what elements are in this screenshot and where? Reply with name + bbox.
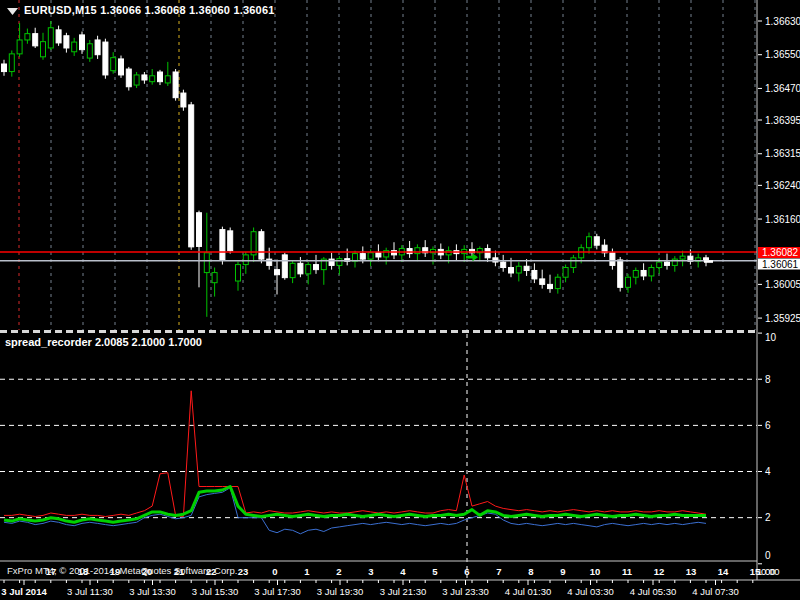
candle-up	[337, 256, 342, 275]
candle-body	[173, 72, 178, 98]
candle-body	[485, 249, 490, 258]
candlesticks[interactable]	[2, 21, 709, 317]
hour-label: 8	[528, 566, 533, 577]
candle-body	[649, 268, 654, 276]
price-tick-label: 1.36315	[765, 148, 800, 159]
candle-up	[111, 52, 116, 73]
ask-badge-label: 1.36082	[762, 247, 799, 258]
candle-body	[228, 231, 233, 251]
candle-body	[220, 230, 225, 260]
candle-body	[158, 72, 163, 82]
candle-body	[134, 75, 139, 85]
candle-body	[48, 28, 53, 48]
avg-spread-line	[4, 487, 706, 523]
candle-down	[376, 244, 381, 261]
candle-body	[64, 36, 69, 48]
price-tick-label: 1.36160	[765, 214, 800, 225]
candle-up	[25, 29, 30, 44]
price-badges: 1.360821.36061	[758, 247, 800, 270]
candle-down	[392, 242, 397, 259]
candle-down	[282, 253, 287, 280]
candle-body	[501, 262, 506, 267]
indicator-pane[interactable]	[0, 334, 757, 580]
candle-up	[563, 265, 568, 283]
candle-down	[126, 67, 131, 91]
candle-down	[220, 227, 225, 265]
candle-up	[212, 268, 217, 297]
candle-body	[672, 259, 677, 265]
candle-down	[158, 70, 163, 85]
candle-body	[111, 58, 116, 71]
time-label: 3 Jul 21:30	[380, 586, 426, 597]
candle-down	[493, 251, 498, 267]
indicator-tick-label: 8	[765, 374, 771, 385]
candle-down	[407, 241, 412, 258]
candle-body	[181, 93, 186, 107]
candle-body	[407, 249, 412, 254]
time-label: 3 Jul 23:30	[442, 586, 488, 597]
hour-label: 6	[464, 566, 469, 577]
time-label: 3 Jul 19:30	[317, 586, 363, 597]
price-tick-label: 1.36240	[765, 180, 800, 191]
time-label: 4 Jul 01:30	[505, 586, 551, 597]
indicator-tick-label: 4	[765, 466, 771, 477]
candle-body	[633, 270, 638, 277]
candle-up	[41, 33, 46, 60]
candle-up	[571, 255, 576, 273]
candle-body	[25, 34, 30, 40]
candle-body	[618, 260, 623, 287]
time-label: 4 Jul 07:30	[692, 586, 738, 597]
hour-label: 3	[368, 566, 373, 577]
hour-label: 4	[400, 566, 406, 577]
candle-body	[33, 34, 38, 46]
candle-up	[649, 265, 654, 282]
candle-up	[555, 274, 560, 294]
candle-body	[267, 259, 272, 265]
symbol-dropdown-icon[interactable]	[5, 4, 21, 16]
candle-body	[306, 265, 311, 274]
candle-body	[103, 42, 108, 75]
price-tick-label: 1.35925	[765, 313, 800, 324]
hour-label: 9	[560, 566, 565, 577]
candle-body	[126, 69, 131, 87]
hour-label: 23	[238, 566, 249, 577]
hour-label: 0	[272, 566, 277, 577]
copyright-watermark: FxPro MT4, © 2001-2014, MetaQuotes Softw…	[7, 565, 237, 576]
candle-body	[56, 30, 61, 43]
candle-down	[189, 102, 194, 250]
candle-body	[594, 237, 599, 245]
candle-down	[298, 257, 303, 277]
candle-body	[657, 262, 662, 267]
hour-label: 14	[718, 566, 729, 577]
candle-body	[9, 54, 14, 72]
candle-body	[282, 255, 287, 278]
price-tick-label: 1.36470	[765, 83, 800, 94]
candle-up	[9, 50, 14, 76]
candle-down	[64, 33, 69, 53]
candle-body	[197, 213, 202, 247]
candle-down	[119, 56, 124, 78]
candle-body	[360, 254, 365, 259]
hour-label: 11	[622, 566, 633, 577]
candle-down	[641, 263, 646, 280]
axis-labels[interactable]: 1.366301.365501.364701.363951.363151.362…	[1, 16, 800, 598]
candle-body	[243, 255, 248, 265]
candle-down	[197, 211, 202, 288]
candle-down	[181, 90, 186, 111]
candle-down	[2, 60, 7, 76]
candle-body	[329, 259, 334, 265]
candle-body	[80, 35, 85, 50]
time-label: 3 Jul 11:30	[67, 586, 113, 597]
candle-body	[368, 253, 373, 259]
bid-badge-label: 1.36061	[762, 259, 799, 270]
candle-body	[509, 268, 514, 273]
time-label: 3 Jul 17:30	[254, 586, 300, 597]
candle-body	[275, 270, 280, 275]
candle-body	[524, 266, 529, 270]
time-label: 3 Jul 2014	[1, 586, 47, 597]
current-price-dash	[704, 260, 713, 263]
price-tick-label: 1.36550	[765, 49, 800, 60]
max-spread-line	[4, 391, 706, 517]
candle-down	[532, 263, 537, 283]
chart-title: EURUSD,M15 1.36066 1.36068 1.36060 1.360…	[24, 4, 275, 16]
